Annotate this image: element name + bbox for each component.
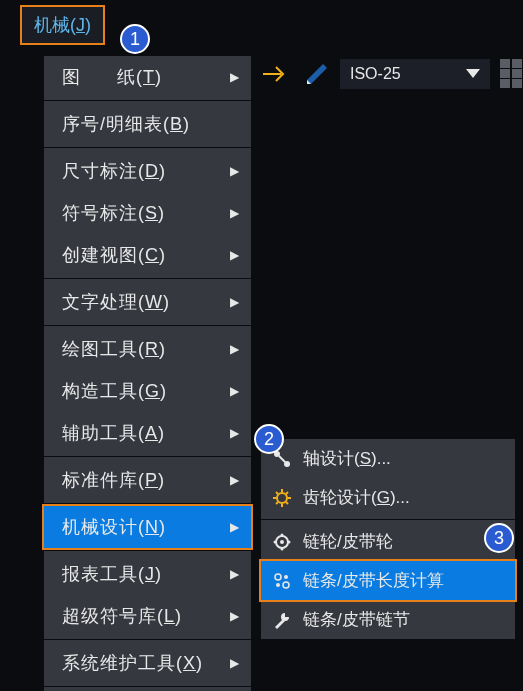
submenu-arrow-icon: ▶ xyxy=(230,473,239,487)
menu-item-label: 报表工具(J) xyxy=(62,562,162,586)
submenu-arrow-icon: ▶ xyxy=(230,426,239,440)
svg-point-24 xyxy=(283,582,289,588)
menu-item-1[interactable]: 序号/明细表(B) xyxy=(44,103,251,145)
svg-line-16 xyxy=(276,502,278,504)
sub-item-label: 轴设计(S)... xyxy=(303,447,391,470)
menu-item-label: 尺寸标注(D) xyxy=(62,159,166,183)
grid-edit-icon[interactable] xyxy=(496,56,523,92)
toolbar: ISO-25 xyxy=(260,56,523,92)
svg-point-18 xyxy=(280,540,284,544)
menu-item-0[interactable]: 图纸(T)▶ xyxy=(44,56,251,98)
menu-item-label: 机械设计(N) xyxy=(62,515,166,539)
svg-point-25 xyxy=(284,575,288,579)
svg-point-20 xyxy=(288,540,291,543)
sub-item-label: 链条/皮带链节 xyxy=(303,608,410,631)
menu-item-label: 标准件库(P) xyxy=(62,468,165,492)
annotation-badge-1: 1 xyxy=(120,24,150,54)
menu-item-5[interactable]: 文字处理(W)▶ xyxy=(44,281,251,323)
menu-item-6[interactable]: 绘图工具(R)▶ xyxy=(44,328,251,370)
submenu-arrow-icon: ▶ xyxy=(230,248,239,262)
svg-line-14 xyxy=(286,502,288,504)
iso-dropdown[interactable]: ISO-25 xyxy=(340,59,490,89)
menu-item-label: 系统维护工具(X) xyxy=(62,651,203,675)
menu-separator xyxy=(44,147,251,148)
menu-separator xyxy=(44,550,251,551)
submenu-arrow-icon: ▶ xyxy=(230,70,239,84)
iso-label: ISO-25 xyxy=(350,65,401,83)
svg-line-13 xyxy=(276,492,278,494)
menu-item-2[interactable]: 尺寸标注(D)▶ xyxy=(44,150,251,192)
gear-design[interactable]: 齿轮设计(G)... xyxy=(261,478,515,517)
main-dropdown-menu: 图纸(T)▶序号/明细表(B)尺寸标注(D)▶符号标注(S)▶创建视图(C)▶文… xyxy=(43,55,252,691)
svg-point-21 xyxy=(281,547,284,550)
menu-separator xyxy=(261,519,515,520)
menu-item-12[interactable]: 超级符号库(L)▶ xyxy=(44,595,251,637)
menu-item-label: 绘图工具(R) xyxy=(62,337,166,361)
mechanical-design[interactable]: 机械设计(N)▶ xyxy=(42,504,253,550)
svg-point-19 xyxy=(281,533,284,536)
menu-mechanical[interactable]: 机械(J) xyxy=(20,5,105,45)
submenu-arrow-icon: ▶ xyxy=(230,567,239,581)
chain-icon xyxy=(271,570,293,592)
svg-line-7 xyxy=(279,456,285,462)
sprocket-pulley[interactable]: 链轮/皮带轮 xyxy=(261,522,515,561)
svg-point-8 xyxy=(277,493,287,503)
chain-belt-link[interactable]: 链条/皮带链节 xyxy=(261,600,515,639)
menu-separator xyxy=(44,686,251,687)
menu-separator xyxy=(44,100,251,101)
menu-item-11[interactable]: 报表工具(J)▶ xyxy=(44,553,251,595)
sub-item-label: 链条/皮带长度计算 xyxy=(303,569,444,592)
sub-item-label: 齿轮设计(G)... xyxy=(303,486,410,509)
menu-item-label: 创建视图(C) xyxy=(62,243,166,267)
menu-label: 机械(J) xyxy=(34,15,91,35)
submenu-arrow-icon: ▶ xyxy=(230,520,239,534)
menu-item-label: 超级符号库(L) xyxy=(62,604,182,628)
arrow-right-icon[interactable] xyxy=(260,57,294,91)
submenu-arrow-icon: ▶ xyxy=(230,295,239,309)
sub-dropdown-menu: 轴设计(S)...齿轮设计(G)...链轮/皮带轮链条/皮带长度计算链条/皮带链… xyxy=(260,438,516,640)
submenu-arrow-icon: ▶ xyxy=(230,656,239,670)
menu-item-label: 辅助工具(A) xyxy=(62,421,165,445)
sprocket-icon xyxy=(271,531,293,553)
menu-item-13[interactable]: 系统维护工具(X)▶ xyxy=(44,642,251,684)
svg-point-23 xyxy=(275,574,281,580)
menu-item-label: 构造工具(G) xyxy=(62,379,167,403)
sub-item-label: 链轮/皮带轮 xyxy=(303,530,393,553)
menu-item-4[interactable]: 创建视图(C)▶ xyxy=(44,234,251,276)
chain-belt-length[interactable]: 链条/皮带长度计算 xyxy=(259,559,517,602)
menu-item-label: 符号标注(S) xyxy=(62,201,165,225)
shaft-design[interactable]: 轴设计(S)... xyxy=(261,439,515,478)
submenu-arrow-icon: ▶ xyxy=(230,342,239,356)
pen-icon[interactable] xyxy=(300,57,334,91)
menu-item-label: 文字处理(W) xyxy=(62,290,170,314)
menu-separator xyxy=(44,456,251,457)
menu-item-8[interactable]: 辅助工具(A)▶ xyxy=(44,412,251,454)
annotation-badge-3: 3 xyxy=(484,523,514,553)
menu-item-9[interactable]: 标准件库(P)▶ xyxy=(44,459,251,501)
submenu-arrow-icon: ▶ xyxy=(230,206,239,220)
chevron-down-icon xyxy=(466,65,480,83)
menu-separator xyxy=(44,325,251,326)
submenu-arrow-icon: ▶ xyxy=(230,164,239,178)
gear-icon xyxy=(271,487,293,509)
submenu-arrow-icon: ▶ xyxy=(230,609,239,623)
annotation-badge-2: 2 xyxy=(254,424,284,454)
svg-point-22 xyxy=(274,540,277,543)
menu-separator xyxy=(44,639,251,640)
submenu-arrow-icon: ▶ xyxy=(230,384,239,398)
menu-item-label: 序号/明细表(B) xyxy=(62,112,190,136)
menu-separator xyxy=(44,278,251,279)
menu-item-7[interactable]: 构造工具(G)▶ xyxy=(44,370,251,412)
menu-item-label: 图纸(T) xyxy=(62,65,162,89)
svg-point-26 xyxy=(276,583,280,587)
menu-item-3[interactable]: 符号标注(S)▶ xyxy=(44,192,251,234)
svg-line-15 xyxy=(286,492,288,494)
wrench-icon xyxy=(271,609,293,631)
